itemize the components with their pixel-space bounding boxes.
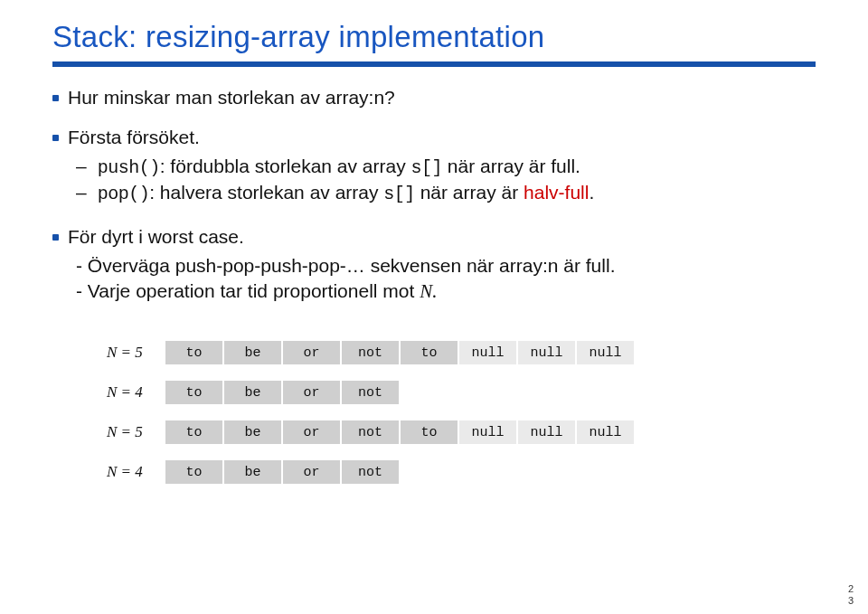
array-cell: null bbox=[459, 420, 516, 444]
array-cell: to bbox=[165, 460, 222, 484]
sub-text: - Varje operation tar tid proportionell … bbox=[76, 280, 437, 303]
array-cells: tobeornottonullnullnull bbox=[165, 341, 634, 364]
sub-bullet-cost: - Varje operation tar tid proportionell … bbox=[76, 280, 816, 303]
page-number-top: 2 bbox=[848, 583, 854, 595]
bullet-1: Hur minskar man storlekan av array:n? bbox=[52, 87, 816, 109]
array-cell: to bbox=[165, 381, 222, 404]
array-cell: not bbox=[342, 341, 399, 364]
array-cell: be bbox=[224, 420, 281, 444]
slide-body: Hur minskar man storlekan av array:n? Fö… bbox=[52, 67, 816, 484]
array-cell: null bbox=[518, 420, 575, 444]
bullet-text: Hur minskar man storlekan av array:n? bbox=[68, 87, 395, 109]
array-cell: be bbox=[224, 341, 281, 364]
code-pop: pop() bbox=[98, 184, 150, 204]
text-var-n: N. bbox=[420, 280, 437, 302]
array-cell: null bbox=[459, 341, 516, 364]
sub-bullet-push: – push(): fördubbla storlekan av array s… bbox=[76, 156, 816, 178]
array-cells: tobeornot bbox=[165, 381, 399, 404]
array-cells: tobeornottonullnullnull bbox=[165, 420, 634, 444]
array-cell: or bbox=[283, 420, 340, 444]
code-s: s[] bbox=[383, 184, 415, 204]
array-row-label: N = 4 bbox=[107, 463, 165, 481]
page-number-bottom: 3 bbox=[848, 595, 854, 607]
array-cell: to bbox=[165, 420, 222, 444]
array-row: N = 5tobeornottonullnullnull bbox=[107, 341, 816, 364]
bullet-dot-icon bbox=[52, 234, 59, 241]
array-cell: not bbox=[342, 420, 399, 444]
code-s: s[] bbox=[411, 157, 443, 178]
code-push: push() bbox=[98, 157, 160, 178]
array-cell: be bbox=[224, 381, 281, 404]
bullet-text: För dyrt i worst case. bbox=[68, 226, 244, 248]
slide-title: Stack: resizing-array implementation bbox=[52, 20, 816, 54]
slide: Stack: resizing-array implementation Hur… bbox=[0, 0, 868, 614]
array-row: N = 4tobeornot bbox=[107, 460, 816, 484]
array-row: N = 5tobeornottonullnullnull bbox=[107, 420, 816, 444]
array-cell: or bbox=[283, 341, 340, 364]
array-cell: or bbox=[283, 460, 340, 484]
text-part: när array är bbox=[415, 182, 524, 203]
dash-icon: – bbox=[76, 182, 87, 203]
bullet-3: För dyrt i worst case. bbox=[52, 226, 816, 248]
bullet-2: Första försöket. bbox=[52, 127, 816, 148]
bullet-text: Första försöket. bbox=[68, 127, 200, 148]
text-part: : fördubbla storlekan av array bbox=[160, 156, 411, 176]
text-part: - Varje operation tar tid proportionell … bbox=[76, 280, 420, 301]
bullet-dot-icon bbox=[52, 95, 59, 101]
array-cell: to bbox=[165, 341, 222, 364]
array-cell: to bbox=[401, 420, 458, 444]
array-row-label: N = 5 bbox=[107, 344, 165, 362]
page-number: 2 3 bbox=[848, 583, 854, 607]
text-part: när array är full. bbox=[442, 156, 580, 176]
array-cell: not bbox=[342, 381, 399, 404]
text-part: . bbox=[589, 182, 594, 203]
array-cell: or bbox=[283, 381, 340, 404]
array-cell: null bbox=[518, 341, 575, 364]
text-part: : halvera storlekan av array bbox=[149, 182, 383, 203]
array-cell: to bbox=[401, 341, 458, 364]
array-cell: not bbox=[342, 460, 399, 484]
array-cell: null bbox=[577, 341, 634, 364]
sub-text: - Överväga push-pop-push-pop-… sekvensen… bbox=[76, 255, 615, 277]
sub-text: push(): fördubbla storlekan av array s[]… bbox=[98, 156, 580, 178]
array-cell: null bbox=[577, 420, 634, 444]
text-emphasis: halv-full bbox=[524, 182, 589, 203]
sub-text: pop(): halvera storlekan av array s[] nä… bbox=[98, 182, 595, 204]
array-row: N = 4tobeornot bbox=[107, 381, 816, 404]
array-cell: be bbox=[224, 460, 281, 484]
array-cells: tobeornot bbox=[165, 460, 399, 484]
dash-icon: – bbox=[76, 156, 87, 177]
array-row-label: N = 5 bbox=[107, 423, 165, 441]
sub-bullet-consider: - Överväga push-pop-push-pop-… sekvensen… bbox=[76, 255, 816, 277]
array-diagram: N = 5tobeornottonullnullnullN = 4tobeorn… bbox=[107, 341, 816, 484]
array-row-label: N = 4 bbox=[107, 383, 165, 401]
sub-bullet-pop: – pop(): halvera storlekan av array s[] … bbox=[76, 182, 816, 204]
bullet-dot-icon bbox=[52, 135, 59, 141]
